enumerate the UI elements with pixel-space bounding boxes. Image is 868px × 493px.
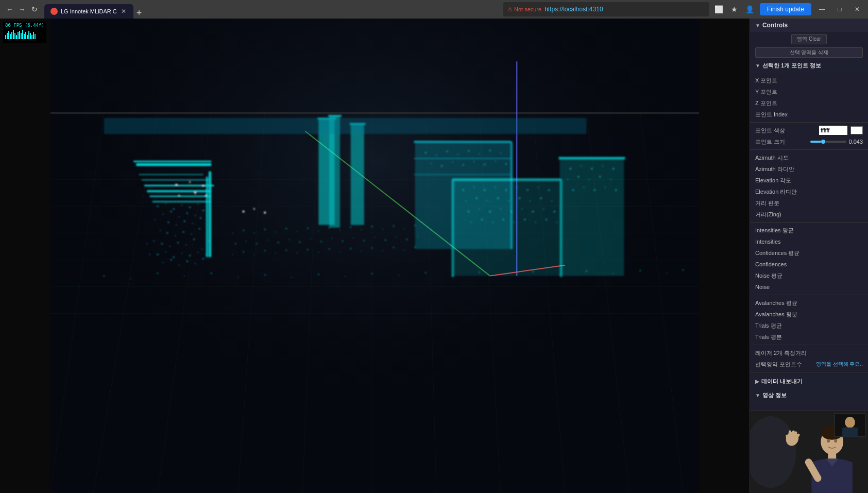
svg-point-231 [371, 226, 373, 227]
svg-point-87 [165, 251, 166, 252]
url-text[interactable]: https://localhost:4310 [544, 6, 603, 13]
svg-point-187 [514, 222, 515, 223]
export-header[interactable]: ▶ 데이터 내보내기 [750, 375, 868, 388]
svg-point-62 [170, 211, 172, 212]
svg-point-242 [299, 241, 300, 243]
svg-point-213 [194, 192, 196, 194]
svg-point-239 [267, 240, 268, 241]
svg-point-179 [522, 208, 523, 209]
svg-point-186 [503, 219, 504, 220]
svg-point-206 [594, 189, 595, 191]
svg-rect-51 [136, 163, 211, 166]
svg-point-259 [285, 249, 287, 251]
row-point-index: 포인트 Index [750, 109, 868, 120]
controls-header[interactable]: ▼ Controls [750, 19, 868, 32]
svg-rect-14 [25, 32, 26, 39]
reload-button[interactable]: ↻ [29, 4, 40, 15]
window-controls: ← → ↻ [4, 4, 40, 15]
svg-point-185 [492, 222, 493, 223]
controls-collapse-arrow: ▼ [755, 23, 760, 28]
svg-point-236 [234, 243, 236, 245]
forward-button[interactable]: → [16, 4, 28, 15]
point-size-slider-container[interactable]: 0.043 [810, 139, 863, 145]
active-tab[interactable]: LG Innotek MLiDAR C ✕ [44, 4, 133, 19]
close-button[interactable]: ✕ [850, 3, 864, 16]
svg-point-136 [291, 277, 292, 278]
row-trials-pavg: Trials 평분 [750, 331, 868, 343]
svg-point-140 [398, 275, 399, 276]
new-tab-button[interactable]: + [133, 8, 145, 19]
security-indicator: ⚠ Not secure [507, 6, 541, 13]
svg-point-205 [583, 187, 584, 188]
svg-point-80 [161, 243, 163, 245]
svg-point-174 [468, 211, 469, 212]
svg-rect-272 [104, 118, 587, 134]
main-layout: 86 FPS (6.44f) [0, 19, 868, 493]
row-trials-avg: Trials 평균 [750, 320, 868, 331]
svg-point-208 [615, 189, 617, 191]
clear-button[interactable]: 영역 Clear [791, 34, 827, 44]
row-avalanches-avg: Avalanches 평균 [750, 297, 868, 309]
svg-rect-47 [152, 201, 211, 202]
viewport-3d[interactable]: 86 FPS (6.44f) [0, 19, 750, 493]
svg-point-100 [146, 243, 147, 244]
finish-update-button[interactable]: Finish update [760, 3, 811, 15]
svg-point-232 [382, 229, 383, 230]
video-feed [750, 411, 868, 493]
back-button[interactable]: ← [4, 4, 15, 15]
svg-point-253 [417, 235, 418, 236]
svg-rect-104 [351, 123, 364, 225]
export-title: 데이터 내보내기 [761, 378, 803, 385]
svg-point-162 [527, 189, 529, 191]
svg-point-167 [487, 200, 488, 201]
delete-selection-button[interactable]: 선택 영역을 삭제 [755, 47, 863, 58]
point-size-slider-thumb [821, 140, 825, 144]
point-size-slider-track[interactable] [810, 141, 847, 143]
label-trials-pavg: Trials 평분 [755, 333, 863, 341]
svg-point-73 [160, 230, 161, 231]
minimize-button[interactable]: — [815, 3, 829, 16]
label-elevation-degree: Elevation 각도 [755, 177, 863, 184]
svg-point-244 [320, 241, 322, 242]
screenshot-icon[interactable]: ⬜ [713, 4, 725, 15]
video-info-title: 영상 정보 [762, 392, 787, 399]
svg-point-66 [202, 210, 204, 211]
svg-point-77 [191, 233, 192, 234]
bookmark-icon[interactable]: ★ [729, 4, 740, 15]
label-intensities: Intensities [755, 239, 863, 245]
row-azimuth-radian: Azimuth 라디안 [750, 163, 868, 175]
svg-rect-1 [5, 35, 6, 39]
svg-point-59 [189, 207, 191, 208]
svg-point-60 [197, 203, 198, 205]
svg-point-69 [176, 225, 177, 226]
svg-point-264 [339, 251, 341, 252]
svg-point-176 [489, 211, 491, 212]
svg-point-198 [612, 168, 614, 169]
svg-point-188 [524, 219, 525, 220]
svg-rect-53 [209, 172, 211, 258]
video-person-svg [750, 411, 868, 493]
svg-point-114 [436, 155, 437, 156]
svg-point-125 [473, 161, 474, 162]
maximize-button[interactable]: □ [833, 3, 846, 16]
input-point-color[interactable] [819, 126, 847, 135]
label-noise: Noise [755, 284, 863, 290]
svg-point-98 [149, 254, 150, 255]
panel-content[interactable]: X 포인트 Y 포인트 Z 포인트 포인트 Index 포인트 색상 [750, 73, 868, 411]
svg-point-270 [404, 250, 405, 251]
svg-point-271 [414, 246, 416, 248]
waveform-display [5, 28, 36, 40]
svg-point-99 [206, 254, 207, 255]
point-info-arrow: ▼ [755, 63, 760, 69]
svg-point-267 [371, 247, 373, 249]
value-selection-points: 영역을 선택해 주요.. [816, 361, 863, 368]
divider-2 [750, 149, 868, 150]
svg-point-88 [173, 257, 175, 258]
point-info-header[interactable]: ▼ 선택한 1개 포인트 정보 [750, 59, 868, 73]
tab-favicon [50, 8, 58, 15]
profile-icon[interactable]: 👤 [744, 4, 756, 15]
svg-point-190 [546, 219, 547, 220]
tab-close-button[interactable]: ✕ [120, 8, 127, 15]
video-info-header[interactable]: ▼ 영상 정보 [750, 388, 868, 402]
label-avalanches-avg: Avalanches 평균 [755, 299, 863, 307]
